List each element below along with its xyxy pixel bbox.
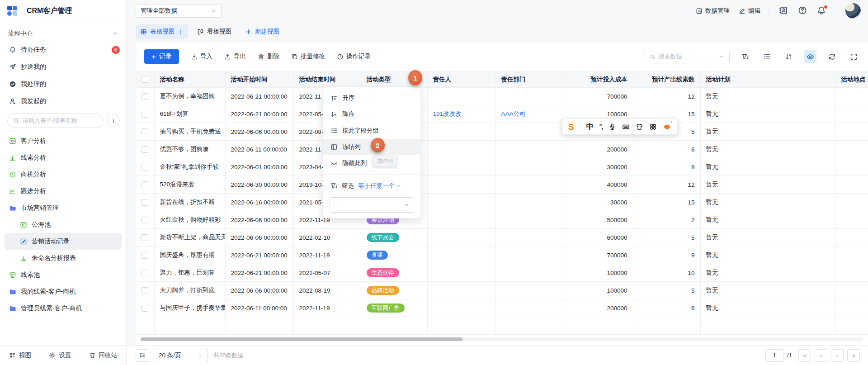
column-header-责任部门[interactable]: 责任部门 — [495, 71, 562, 88]
ime-chinese-mode-button[interactable]: 中 — [586, 122, 594, 132]
fields-button[interactable] — [760, 50, 773, 63]
more-options-icon[interactable] — [178, 29, 184, 35]
data-scope-select[interactable]: 管理全部数据 — [136, 4, 222, 18]
row-height-icon — [139, 352, 146, 359]
settings-button[interactable]: 设置 — [49, 351, 71, 360]
filter-condition-select[interactable]: 等于任意一个 — [358, 182, 401, 190]
sidebar-section-process[interactable]: 流程中心 — [0, 26, 126, 41]
show-hide-button[interactable] — [804, 50, 816, 63]
microphone-icon[interactable] — [609, 123, 616, 131]
edit-button[interactable]: 编辑 — [739, 7, 760, 15]
row-checkbox[interactable] — [142, 199, 148, 206]
recycle-bin-button[interactable]: 回收站 — [89, 351, 118, 360]
page-size-select[interactable]: 20 条/页 — [154, 349, 208, 362]
sidebar-item-营销活动记录[interactable]: 营销活动记录 — [5, 233, 122, 250]
table-search-input[interactable]: 搜索数据 — [645, 50, 730, 63]
sidebar-item-商机分析[interactable]: 商机分析 — [5, 166, 122, 183]
sidebar-item-线索池[interactable]: 线索池 — [5, 266, 122, 283]
views-button[interactable]: 视图 — [9, 351, 31, 360]
cell-dept — [495, 211, 562, 229]
help-button[interactable] — [798, 6, 808, 16]
sidebar-item-待办任务[interactable]: 待办任务6 — [0, 41, 126, 58]
row-checkbox[interactable] — [142, 305, 148, 312]
menu-item-降序[interactable]: 降序 — [323, 106, 420, 123]
dept-link[interactable]: AAA公司 — [501, 110, 526, 117]
row-checkbox[interactable] — [142, 164, 148, 171]
toolbox-icon[interactable] — [649, 123, 657, 131]
column-header-活动名称[interactable]: 活动名称 — [154, 71, 225, 88]
column-header-预计产出线索数[interactable]: 预计产出线索数 — [633, 71, 700, 88]
sidebar-item-抄送我的[interactable]: 抄送我的 — [0, 58, 126, 76]
column-header-活动开始时间[interactable]: 活动开始时间 — [225, 71, 293, 88]
column-header-责任人[interactable]: 责任人 — [427, 71, 495, 88]
process-list: 待办任务6抄送我的我处理的我发起的 — [0, 41, 126, 110]
refresh-button[interactable] — [826, 50, 838, 63]
sidebar-item-线索分析[interactable]: 线索分析 — [5, 149, 122, 166]
sidebar-footer: 视图 设置 回收站 — [0, 345, 126, 365]
filter-value-select[interactable] — [330, 197, 414, 213]
menu-item-隐藏此列[interactable]: 隐藏此列 — [323, 155, 420, 171]
sidebar-item-我的线索-客户-商机[interactable]: 我的线索-客户-商机 — [5, 283, 122, 300]
sogou-logo-icon[interactable]: S — [568, 123, 574, 131]
cell-plan: 暂无 — [700, 194, 835, 211]
fullscreen-button[interactable] — [847, 50, 860, 63]
batch-edit-button[interactable]: 批量修改 — [291, 52, 325, 61]
menu-filter-row: 筛选 等于任意一个 — [323, 178, 420, 194]
row-checkbox[interactable] — [142, 270, 148, 276]
sidebar-item-我处理的[interactable]: 我处理的 — [0, 76, 126, 93]
add-record-button[interactable]: + 记录 — [144, 49, 179, 64]
first-page-button[interactable]: « — [798, 349, 811, 362]
sort-button[interactable] — [782, 50, 795, 63]
column-header-活动计划[interactable]: 活动计划 — [700, 71, 835, 88]
tab-table-view[interactable]: 表格视图 — [136, 24, 188, 39]
emoji-icon[interactable]: ✦ — [663, 123, 671, 131]
avatar[interactable] — [845, 3, 861, 19]
column-header-预计投入成本[interactable]: 预计投入成本 — [562, 71, 633, 88]
row-height-button[interactable] — [136, 349, 148, 362]
asc-icon — [330, 95, 338, 102]
import-button[interactable]: 导入 — [191, 52, 212, 61]
tab-kanban-view[interactable]: 看板视图 — [193, 24, 236, 39]
menu-item-升序[interactable]: 升序 — [323, 90, 420, 106]
row-checkbox[interactable] — [142, 146, 148, 153]
row-checkbox[interactable] — [142, 287, 148, 294]
operation-log-button[interactable]: 操作记录 — [337, 52, 371, 61]
owner-link[interactable]: 191改改改 — [433, 110, 462, 117]
row-checkbox[interactable] — [142, 252, 148, 259]
sidebar-item-管理员线索-客户-商机[interactable]: 管理员线索-客户-商机 — [5, 300, 122, 317]
filter-button[interactable] — [739, 50, 751, 63]
row-checkbox[interactable] — [142, 128, 148, 135]
column-header-活动结束时间[interactable]: 活动结束时间 — [293, 71, 361, 88]
sidebar-item-跟进分析[interactable]: 跟进分析 — [5, 183, 122, 199]
sidebar-item-我发起的[interactable]: 我发起的 — [0, 93, 126, 110]
row-checkbox[interactable] — [142, 217, 148, 223]
sidebar-item-市场营销管理[interactable]: 市场营销管理 — [5, 199, 122, 216]
cell-start: 2022-06-21 00:00:00 — [225, 246, 293, 264]
new-view-button[interactable]: 新建视图 — [241, 24, 284, 39]
keyboard-icon[interactable] — [622, 123, 630, 131]
select-all-checkbox[interactable] — [142, 76, 148, 83]
row-checkbox[interactable] — [142, 234, 148, 241]
prev-page-button[interactable]: ‹ — [815, 349, 827, 362]
page-input[interactable]: 1 — [765, 349, 783, 362]
row-checkbox[interactable] — [142, 93, 148, 100]
row-checkbox[interactable] — [142, 111, 148, 118]
form-search-input[interactable]: 请输入表单/报表名称 — [7, 114, 104, 128]
next-page-button[interactable]: › — [831, 349, 844, 362]
notifications-button[interactable] — [817, 6, 827, 16]
column-header-活动地点[interactable]: 活动地点 — [835, 71, 868, 88]
export-button[interactable]: 导出 — [224, 52, 246, 61]
skin-icon[interactable] — [636, 123, 643, 131]
contacts-button[interactable] — [779, 6, 789, 16]
sidebar-item-公海池[interactable]: 公海池 — [5, 216, 122, 233]
ime-punctuation-button[interactable]: °, — [599, 123, 603, 130]
row-checkbox[interactable] — [142, 181, 148, 188]
menu-item-按此字段分组[interactable]: 按此字段分组 — [323, 123, 420, 139]
add-form-button[interactable] — [107, 114, 120, 127]
sidebar-item-客户分析[interactable]: 客户分析 — [5, 133, 122, 149]
data-manage-button[interactable]: 数据管理 — [696, 7, 730, 15]
sidebar-item-未命名分析报表[interactable]: 未命名分析报表 — [5, 250, 122, 266]
last-page-button[interactable]: » — [847, 349, 860, 362]
delete-button[interactable]: 删除 — [258, 52, 279, 61]
horizontal-scrollbar-thumb[interactable] — [141, 337, 462, 341]
